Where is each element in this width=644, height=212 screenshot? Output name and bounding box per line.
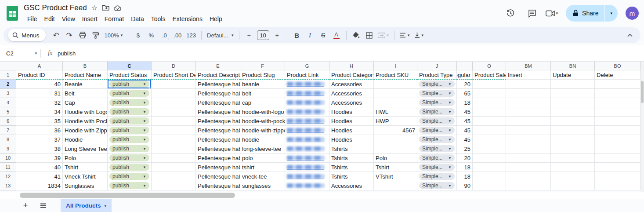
- cell-BM3[interactable]: [506, 89, 551, 98]
- status-dropdown-chip[interactable]: Simple...▼: [419, 182, 455, 189]
- horizontal-scrollbar-thumb[interactable]: [20, 193, 235, 198]
- cell-A12[interactable]: 41: [16, 172, 63, 181]
- cell-E5[interactable]: Pellentesque hab: [196, 107, 240, 117]
- cell-E3[interactable]: Pellentesque hab: [196, 89, 240, 98]
- text-color-button[interactable]: A: [330, 29, 343, 41]
- status-dropdown-chip[interactable]: Simple...▼: [419, 127, 455, 134]
- increase-font-size-button[interactable]: +: [271, 29, 283, 41]
- all-sheets-menu-button[interactable]: [37, 200, 49, 212]
- status-dropdown-chip[interactable]: publish▼: [109, 90, 149, 97]
- cell-G13[interactable]: [285, 181, 329, 190]
- cell-A6[interactable]: 35: [16, 117, 63, 126]
- column-header-hidden[interactable]: [457, 62, 473, 70]
- cell-G11[interactable]: [285, 163, 329, 172]
- column-header-F[interactable]: F: [240, 62, 285, 70]
- cell-R8[interactable]: 45: [457, 135, 473, 144]
- cell-E7[interactable]: Pellentesque hab: [196, 126, 240, 135]
- cell-I2[interactable]: [374, 80, 417, 89]
- cell-R12[interactable]: 18: [457, 172, 473, 181]
- row-header-3[interactable]: 3: [0, 89, 16, 98]
- redacted-link[interactable]: [287, 165, 324, 170]
- row-header-8[interactable]: 8: [0, 135, 16, 144]
- cell-E10[interactable]: Pellentesque hab: [196, 154, 240, 163]
- menu-tools[interactable]: Tools: [148, 15, 169, 23]
- column-header-A[interactable]: A: [16, 62, 63, 70]
- cell-H10[interactable]: Tshirts: [329, 154, 374, 163]
- cell-B10[interactable]: Polo: [63, 154, 108, 163]
- cell-B4[interactable]: Cap: [63, 98, 108, 107]
- cell-O2[interactable]: [473, 80, 506, 89]
- paint-format-button[interactable]: [90, 29, 102, 41]
- cell-I6[interactable]: HWP: [374, 117, 417, 126]
- cell-R2[interactable]: 20: [457, 80, 473, 89]
- column-header-BN[interactable]: BN: [551, 62, 595, 70]
- cell-G9[interactable]: [285, 144, 329, 154]
- cell-E6[interactable]: Pellentesque hab: [196, 117, 240, 126]
- cell-R10[interactable]: 20: [457, 154, 473, 163]
- menu-help[interactable]: Help: [206, 15, 226, 23]
- font-size-input[interactable]: 10: [257, 30, 269, 40]
- row-header-6[interactable]: 6: [0, 117, 16, 126]
- cell-D11[interactable]: [152, 163, 196, 172]
- decrease-decimal-button[interactable]: .0←: [158, 29, 170, 41]
- cell-H6[interactable]: Hoodies: [329, 117, 374, 126]
- cell-H4[interactable]: Accessories: [329, 98, 374, 107]
- row-header-2[interactable]: 2: [0, 80, 16, 89]
- cell-D9[interactable]: [152, 144, 196, 154]
- cell-A9[interactable]: 38: [16, 144, 63, 154]
- cell-BM9[interactable]: [506, 144, 551, 154]
- cell-H7[interactable]: Hoodies: [329, 126, 374, 135]
- undo-button[interactable]: ↶: [50, 29, 62, 41]
- cell-O8[interactable]: [473, 135, 506, 144]
- column-header-E[interactable]: E: [196, 62, 240, 70]
- formula-input[interactable]: publish: [58, 50, 76, 57]
- cell-BN8[interactable]: [551, 135, 595, 144]
- header-cell-G[interactable]: Product Link: [285, 70, 329, 80]
- column-header-BM[interactable]: BM: [506, 62, 551, 70]
- menu-edit[interactable]: Edit: [41, 15, 58, 23]
- fill-color-button[interactable]: [350, 29, 362, 41]
- cell-R11[interactable]: 18: [457, 163, 473, 172]
- cell-G8[interactable]: [285, 135, 329, 144]
- hide-toolbar-button[interactable]: [624, 29, 636, 41]
- cell-C3[interactable]: publish▼: [108, 89, 152, 98]
- cell-A7[interactable]: 36: [16, 126, 63, 135]
- row-header-12[interactable]: 12: [0, 172, 16, 181]
- version-history-icon[interactable]: [502, 4, 519, 22]
- cell-I9[interactable]: [374, 144, 417, 154]
- cell-BO12[interactable]: [595, 172, 640, 181]
- cell-H5[interactable]: Hoodies: [329, 107, 374, 117]
- cell-A5[interactable]: 34: [16, 107, 63, 117]
- share-button[interactable]: Share ▾: [566, 5, 618, 22]
- cell-G3[interactable]: [285, 89, 329, 98]
- cell-BO10[interactable]: [595, 154, 640, 163]
- row-header-10[interactable]: 10: [0, 154, 16, 163]
- cell-I5[interactable]: HWL: [374, 107, 417, 117]
- menu-extensions[interactable]: Extensions: [169, 15, 206, 23]
- horizontal-align-button[interactable]: ▾: [398, 29, 412, 41]
- cell-F12[interactable]: vneck-tee: [240, 172, 285, 181]
- redacted-link[interactable]: [287, 82, 324, 87]
- cell-R3[interactable]: 65: [457, 89, 473, 98]
- cell-J2[interactable]: Simple...▼: [417, 80, 457, 89]
- cell-J7[interactable]: Simple...▼: [417, 126, 457, 135]
- cell-BN12[interactable]: [551, 172, 595, 181]
- cell-C10[interactable]: publish▼: [108, 154, 152, 163]
- row-header-4[interactable]: 4: [0, 98, 16, 107]
- status-dropdown-chip[interactable]: publish▼: [109, 136, 149, 143]
- cell-BN9[interactable]: [551, 144, 595, 154]
- cell-BO3[interactable]: [595, 89, 640, 98]
- cell-BN7[interactable]: [551, 126, 595, 135]
- cell-B6[interactable]: Hoodie with Pocket: [63, 117, 108, 126]
- status-dropdown-chip[interactable]: publish▼: [109, 164, 149, 171]
- cell-A4[interactable]: 32: [16, 98, 63, 107]
- cell-B11[interactable]: Tshirt: [63, 163, 108, 172]
- cell-C2[interactable]: publish▼: [108, 80, 152, 89]
- cell-BO7[interactable]: [595, 126, 640, 135]
- column-header-H[interactable]: H: [329, 62, 374, 70]
- cell-BO2[interactable]: [595, 80, 640, 89]
- cell-D5[interactable]: [152, 107, 196, 117]
- column-header-G[interactable]: G: [285, 62, 329, 70]
- redacted-link[interactable]: [287, 156, 324, 161]
- add-sheet-button[interactable]: +: [19, 200, 32, 212]
